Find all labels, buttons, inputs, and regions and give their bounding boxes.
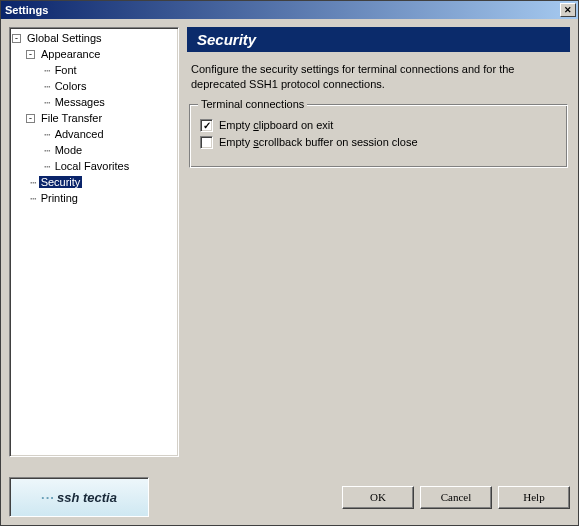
tree-branch-icon: ⋯ xyxy=(44,128,51,141)
tree-node-security[interactable]: ⋯Security xyxy=(12,174,176,190)
checkbox-label: Empty clipboard on exit xyxy=(219,119,333,131)
collapse-icon[interactable]: - xyxy=(26,114,35,123)
cancel-button[interactable]: Cancel xyxy=(420,486,492,509)
terminal-connections-group: Terminal connections Empty clipboard on … xyxy=(189,104,568,168)
tree-branch-icon: ⋯ xyxy=(30,176,37,189)
tree-node-advanced[interactable]: ⋯Advanced xyxy=(12,126,176,142)
titlebar: Settings ✕ xyxy=(1,1,578,19)
content-area: - Global Settings - Appearance ⋯Font xyxy=(1,19,578,471)
tree-branch-icon: ⋯ xyxy=(44,160,51,173)
tree-node-file-transfer[interactable]: - File Transfer xyxy=(12,110,176,126)
tree-branch-icon: ⋯ xyxy=(44,96,51,109)
collapse-icon[interactable]: - xyxy=(12,34,21,43)
main-panel: Security Configure the security settings… xyxy=(187,27,570,457)
nav-tree[interactable]: - Global Settings - Appearance ⋯Font xyxy=(9,27,179,457)
checkbox-icon xyxy=(200,136,213,149)
tree-node-local-favorites[interactable]: ⋯Local Favorites xyxy=(12,158,176,174)
checkbox-icon xyxy=(200,119,213,132)
empty-scrollback-checkbox[interactable]: Empty scrollback buffer on session close xyxy=(200,136,557,149)
collapse-icon[interactable]: - xyxy=(26,50,35,59)
checkbox-label: Empty scrollback buffer on session close xyxy=(219,136,418,148)
close-button[interactable]: ✕ xyxy=(560,3,576,17)
settings-window: Settings ✕ - Global Settings - xyxy=(0,0,579,526)
tree-node-messages[interactable]: ⋯Messages xyxy=(12,94,176,110)
tree-node-mode[interactable]: ⋯Mode xyxy=(12,142,176,158)
logo: ∙∙∙ ssh tectia xyxy=(9,477,149,517)
help-button[interactable]: Help xyxy=(498,486,570,509)
page-description: Configure the security settings for term… xyxy=(187,52,570,104)
logo-dots-icon: ∙∙∙ xyxy=(41,490,55,505)
tree-branch-icon: ⋯ xyxy=(44,80,51,93)
tree-branch-icon: ⋯ xyxy=(44,64,51,77)
footer: ∙∙∙ ssh tectia OK Cancel Help xyxy=(1,471,578,525)
tree-branch-icon: ⋯ xyxy=(30,192,37,205)
window-title: Settings xyxy=(3,4,560,16)
tree-node-appearance[interactable]: - Appearance xyxy=(12,46,176,62)
empty-clipboard-checkbox[interactable]: Empty clipboard on exit xyxy=(200,119,557,132)
ok-button[interactable]: OK xyxy=(342,486,414,509)
page-title: Security xyxy=(187,27,570,52)
tree-branch-icon: ⋯ xyxy=(44,144,51,157)
tree-node-font[interactable]: ⋯Font xyxy=(12,62,176,78)
tree-node-colors[interactable]: ⋯Colors xyxy=(12,78,176,94)
group-legend: Terminal connections xyxy=(198,98,307,110)
tree-node-global-settings[interactable]: - Global Settings xyxy=(12,30,176,46)
tree-node-printing[interactable]: ⋯Printing xyxy=(12,190,176,206)
